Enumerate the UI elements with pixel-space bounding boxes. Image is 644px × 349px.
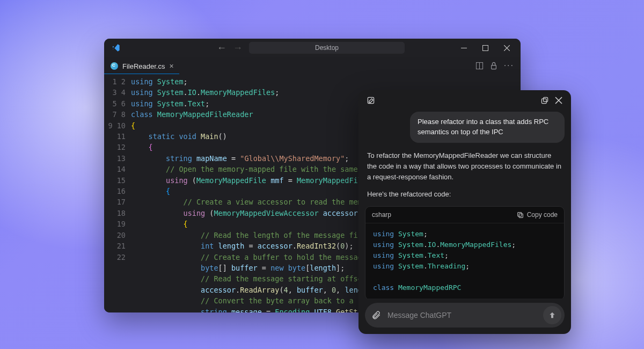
- assistant-text-2: Here's the refactored code:: [367, 189, 562, 200]
- vscode-logo-icon: [112, 43, 120, 52]
- tab-close-icon[interactable]: ×: [169, 62, 173, 70]
- code-content: using System; using System.IO.MemoryMapp…: [131, 76, 371, 312]
- user-message: Please refactor into a class that adds R…: [410, 112, 565, 143]
- code-card-body: using System; using System.IO.MemoryMapp…: [365, 223, 564, 299]
- tab-label: FileReader.cs: [122, 62, 165, 70]
- chat-window: Please refactor into a class that adds R…: [358, 90, 571, 334]
- chat-body: Please refactor into a class that adds R…: [358, 111, 571, 299]
- tab-bar: FileReader.cs × ···: [104, 57, 521, 74]
- maximize-button[interactable]: [474, 39, 496, 57]
- popout-icon[interactable]: [538, 93, 552, 107]
- copy-code-button[interactable]: Copy code: [517, 211, 558, 219]
- split-editor-icon[interactable]: [475, 62, 484, 70]
- compose-icon[interactable]: [364, 93, 378, 107]
- code-card: csharp Copy code using System; using Sys…: [365, 206, 565, 299]
- svg-rect-0: [461, 48, 467, 48]
- svg-rect-4: [491, 65, 496, 69]
- more-icon[interactable]: ···: [504, 61, 514, 70]
- titlebar: ← → Desktop: [104, 39, 521, 57]
- svg-rect-7: [544, 97, 548, 101]
- svg-rect-8: [519, 214, 523, 217]
- line-gutter: 1 2 3 4 5 6 7 8 9 10 11 12 13 14 15 16 1…: [104, 76, 131, 312]
- svg-rect-9: [517, 212, 521, 216]
- csharp-file-icon: [111, 62, 118, 70]
- tab-filereader[interactable]: FileReader.cs ×: [104, 57, 179, 74]
- assistant-message: To refactor the MemoryMappedFileReader w…: [358, 150, 571, 200]
- chat-header: [358, 90, 571, 111]
- lock-icon[interactable]: [490, 62, 497, 70]
- nav-arrows: ← →: [217, 42, 243, 54]
- attach-icon[interactable]: [371, 310, 381, 320]
- send-button[interactable]: [543, 306, 561, 324]
- chat-input-bar: [365, 303, 565, 328]
- close-button[interactable]: [496, 39, 517, 57]
- chat-input[interactable]: [386, 310, 538, 320]
- minimize-button[interactable]: [453, 39, 474, 57]
- svg-rect-6: [541, 99, 546, 104]
- breadcrumb[interactable]: Desktop: [249, 42, 405, 54]
- chat-close-icon[interactable]: [552, 93, 566, 107]
- nav-back-icon[interactable]: ←: [217, 42, 226, 54]
- copy-code-label: Copy code: [527, 211, 558, 219]
- assistant-text-1: To refactor the MemoryMappedFileReader w…: [367, 150, 562, 183]
- svg-rect-1: [482, 45, 488, 50]
- code-lang-label: csharp: [372, 211, 391, 219]
- nav-forward-icon[interactable]: →: [233, 42, 243, 54]
